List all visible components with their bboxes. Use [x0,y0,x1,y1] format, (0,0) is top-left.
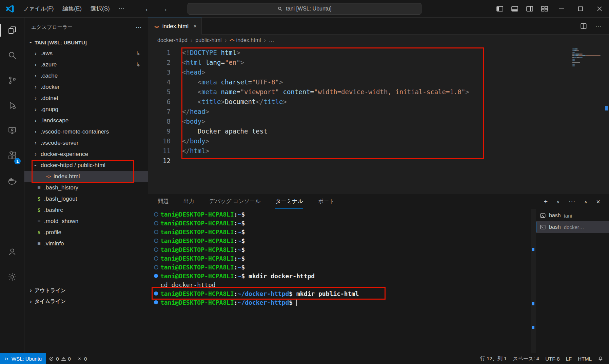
eol-indicator[interactable]: LF [563,353,575,364]
command-center[interactable]: tani [WSL: Ubuntu] [188,3,421,15]
encoding[interactable]: UTF-8 [542,353,563,364]
tree-item-docker[interactable]: ›.docker [24,81,148,93]
activity-extensions-icon[interactable]: 1 [0,143,24,168]
forward-icon[interactable]: → [159,3,170,15]
close-window-button[interactable] [590,0,609,18]
menu-item-e[interactable]: 編集(E) [58,3,86,15]
code-line-3[interactable]: 3<head> [148,67,609,77]
terminal-scrollbar[interactable] [531,209,536,353]
maximize-panel-icon[interactable]: ∧ [584,199,588,204]
menu-item-s[interactable]: 選択(S) [86,3,114,15]
prompt-decoration-icon [152,239,160,243]
tree-item-bashrc[interactable]: $.bashrc [24,204,148,216]
activity-docker-icon[interactable] [0,168,24,193]
settings-gear-icon[interactable] [0,264,24,289]
tree-item-azure[interactable]: ›.azure↳ [24,59,148,70]
tree-item-gnupg[interactable]: ›.gnupg [24,104,148,115]
outline-section-header[interactable]: › アウトライン [24,285,148,296]
code-line-1[interactable]: 1<!DOCTYPE html> [148,48,609,58]
tree-item-cache[interactable]: ›.cache [24,70,148,81]
tree-item-docker-experience[interactable]: ›docker-experience [24,148,148,160]
tree-item-landscape[interactable]: ›.landscape [24,115,148,126]
code-line-8[interactable]: 8<body> [148,117,609,126]
code-line-4[interactable]: 4 <meta charset="UTF-8"> [148,77,609,87]
tree-item-bash-logout[interactable]: $.bash_logout [24,193,148,204]
breadcrumb-item-[interactable]: … [269,37,274,43]
panel-tab-[interactable]: ポート [318,194,335,209]
doc-file-icon: ≡ [35,218,43,224]
tree-item-vscode-remote-containers[interactable]: ›.vscode-remote-containers [24,126,148,137]
minimap-token [574,59,575,60]
notifications-bell-icon[interactable] [595,353,606,364]
language-mode[interactable]: HTML [575,353,595,364]
code-line-6[interactable]: 6 <title>Document</title> [148,97,609,107]
code-token: = [236,88,240,96]
line-number: 11 [148,146,171,156]
toggle-panel-icon[interactable] [508,3,522,15]
tree-item-vscode-server[interactable]: ›.vscode-server [24,137,148,148]
tree-item-label: .bash_history [44,184,78,191]
toggle-sidebar-icon[interactable] [493,3,507,15]
code-token: "UTF-8" [252,78,279,86]
terminal-colon: : [234,290,238,297]
activity-run-debug-icon[interactable] [0,93,24,118]
timeline-section-header[interactable]: › タイムライン [24,296,148,307]
activity-explorer-icon[interactable] [0,18,24,43]
breadcrumb-item-index-html[interactable]: <>index.html [230,37,261,43]
ports-status[interactable]: 0 [74,353,90,364]
code-token: = [310,88,314,96]
panel-more-icon[interactable]: ⋯ [569,198,575,206]
terminal[interactable]: tani@DESKTOP-HCPA8LI:~$tani@DESKTOP-HCPA… [148,209,531,353]
tree-item-index-html[interactable]: <>index.html [24,171,148,182]
tree-item-docker-httpd-public-html[interactable]: ›docker-httpd / public-html [24,160,148,171]
menu-item-[interactable]: ⋯ [114,3,129,15]
tab-index-html[interactable]: <> index.html × [148,18,202,35]
minimize-button[interactable] [552,0,571,18]
code-line-10[interactable]: 10</body> [148,136,609,146]
close-panel-icon[interactable]: × [596,198,600,206]
back-icon[interactable]: ← [142,3,154,15]
tree-item-bash-history[interactable]: ≡.bash_history [24,182,148,193]
terminal-dropdown-icon[interactable]: ∨ [556,199,560,204]
workspace-section-header[interactable]: › TANI [WSL: UBUNTU] [24,37,148,48]
remote-indicator[interactable]: WSL: Ubuntu [0,353,46,364]
tree-item-viminfo[interactable]: ≡.viminfo [24,238,148,249]
panel-tab-[interactable]: 出力 [183,194,194,209]
terminal-tab-bash-tani[interactable]: bashtani [536,210,609,221]
code-line-9[interactable]: 9 Docker apache test [148,126,609,136]
panel-tab-[interactable]: デバッグ コンソール [209,194,260,209]
activity-search-icon[interactable] [0,43,24,68]
toggle-secondary-sidebar-icon[interactable] [523,3,536,15]
breadcrumb-item-public-html[interactable]: public-html [195,37,221,43]
indentation[interactable]: スペース: 4 [510,353,542,364]
menu-item-f[interactable]: ファイル(F) [18,3,58,15]
code-line-5[interactable]: 5 <meta name="viewport" content="width=d… [148,87,609,97]
tree-item-aws[interactable]: ›.aws↳ [24,48,148,59]
tree-item-profile[interactable]: $.profile [24,227,148,238]
terminal-tab-bash-docker[interactable]: bashdocker… [536,221,609,233]
cursor-position[interactable]: 行 12、列 1 [477,353,510,364]
minimap[interactable] [572,48,603,69]
split-editor-icon[interactable] [580,22,587,30]
code-line-7[interactable]: 7</head> [148,107,609,117]
new-terminal-icon[interactable]: + [544,198,548,206]
panel-tab-[interactable]: 問題 [158,194,169,209]
breadcrumb-item-docker-httpd[interactable]: docker-httpd [157,37,188,43]
code-line-11[interactable]: 11</html> [148,146,609,156]
editor-more-icon[interactable]: ⋯ [595,22,602,30]
explorer-more-icon[interactable]: ⋯ [136,24,142,31]
tree-item-dotnet[interactable]: ›.dotnet [24,93,148,104]
panel-tab-[interactable]: ターミナル [275,194,303,209]
activity-source-control-icon[interactable] [0,68,24,93]
code-line-12[interactable]: 12 [148,156,609,166]
terminal-user: tani@DESKTOP-HCPA8LI [160,272,234,280]
customize-layout-icon[interactable] [538,3,551,15]
maximize-button[interactable] [571,0,590,18]
tree-item-motd-shown[interactable]: ≡.motd_shown [24,216,148,227]
problems-status[interactable]: 0 0 [46,353,74,364]
activity-remote-explorer-icon[interactable] [0,118,24,143]
code-line-2[interactable]: 2<html lang="en"> [148,58,609,67]
code-editor[interactable]: 1<!DOCTYPE html>2<html lang="en">3<head>… [148,46,609,194]
close-tab-icon[interactable]: × [193,23,197,30]
account-icon[interactable] [0,239,24,264]
